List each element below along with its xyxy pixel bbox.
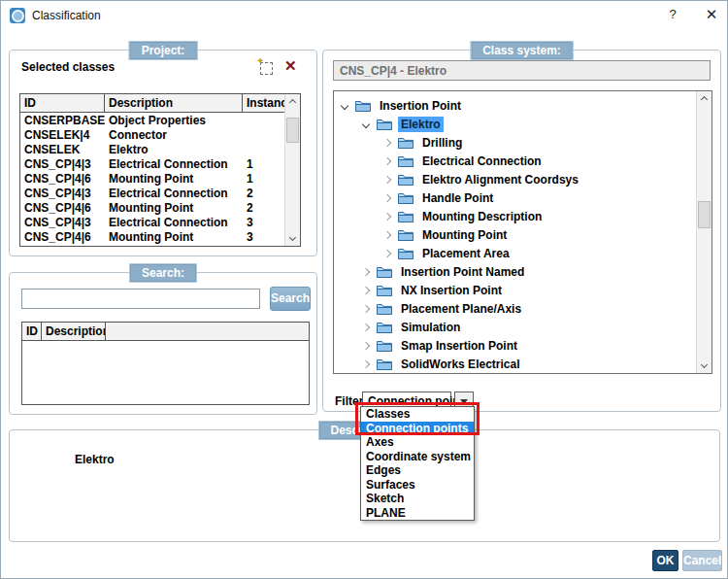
chevron-right-icon[interactable] <box>383 212 391 220</box>
cell-id: CNSERPBASE <box>20 114 105 127</box>
close-icon[interactable]: ✕ <box>702 6 721 25</box>
chevron-right-icon[interactable] <box>362 286 370 293</box>
folder-icon <box>398 248 414 259</box>
header-instance[interactable]: Instance <box>243 94 286 112</box>
tree-item-label[interactable]: Elektro <box>398 117 444 132</box>
delete-icon[interactable]: ✕ <box>284 57 297 75</box>
tree-item[interactable]: Placement Area <box>334 244 695 262</box>
chevron-right-icon[interactable] <box>383 175 391 183</box>
tree-item-label[interactable]: Handle Point <box>419 190 496 206</box>
tree-item[interactable]: Smap Insertion Point <box>334 336 695 355</box>
dropdown-option[interactable]: Connection points <box>361 422 474 436</box>
chevron-right-icon[interactable] <box>383 230 391 238</box>
header-id[interactable]: ID <box>22 323 42 340</box>
chevron-right-icon[interactable] <box>362 323 370 330</box>
table-row[interactable]: CNS_CP|4|6Mounting Point1 <box>20 171 300 186</box>
dropdown-option[interactable]: PLANE <box>361 506 474 521</box>
table-row[interactable]: CNS_CP|4|6Mounting Point2 <box>20 200 300 215</box>
tree-item-label[interactable]: NX Insertion Point <box>398 283 505 298</box>
tree-item[interactable]: Insertion Point Named <box>334 262 695 281</box>
tree-item[interactable]: SolidWorks Electrical <box>334 355 695 373</box>
tree-item-label[interactable]: Electrical Connection <box>419 153 545 169</box>
search-results-table: ID Description <box>21 322 310 405</box>
chevron-down-icon[interactable] <box>341 101 348 109</box>
ok-button[interactable]: OK <box>652 550 678 571</box>
chevron-down-icon[interactable] <box>362 119 370 127</box>
cell-id: CNS_CP|4|6 <box>20 172 105 186</box>
search-group: Search: Search ID Description <box>9 272 317 415</box>
new-item-icon[interactable] <box>260 62 273 75</box>
tree-item[interactable]: Mounting Point <box>334 225 695 244</box>
tree-item-label[interactable]: Smap Insertion Point <box>398 338 520 354</box>
dropdown-option[interactable]: Coordinate system <box>361 450 474 464</box>
tree-item-label[interactable]: Placement Area <box>419 246 513 261</box>
tree-item[interactable]: Electrical Connection <box>334 152 695 170</box>
cell-description: Mounting Point <box>105 201 243 215</box>
dropdown-option[interactable]: Surfaces <box>361 478 474 493</box>
cell-instance: 2 <box>243 187 286 200</box>
tree-item[interactable]: Elektro <box>334 115 695 133</box>
table-row[interactable]: CNSELEK|4Connector <box>20 127 300 142</box>
tree-item[interactable]: Mounting Description <box>334 207 695 225</box>
search-button[interactable]: Search <box>270 287 311 311</box>
tree-item-label[interactable]: Mounting Description <box>419 209 545 224</box>
tree-item-label[interactable]: Insertion Point <box>377 98 464 114</box>
scroll-up-icon[interactable] <box>701 96 708 103</box>
dropdown-option[interactable]: Classes <box>361 407 474 422</box>
chevron-right-icon[interactable] <box>383 138 391 146</box>
table-row[interactable]: CNSERPBASEObject Properties <box>20 113 300 127</box>
help-button[interactable]: ? <box>664 7 681 24</box>
class-tree: Insertion PointElektroDrillingElectrical… <box>334 96 695 373</box>
chevron-right-icon[interactable] <box>362 267 370 275</box>
dropdown-option[interactable]: Sketch <box>361 492 474 506</box>
tree-item-label[interactable]: Elektro Alignment Coordsys <box>419 172 581 187</box>
selected-classes-header: ID Description Instance <box>20 94 300 113</box>
tree-item[interactable]: Insertion Point <box>334 96 695 115</box>
description-content: Elektro <box>75 453 115 466</box>
tree-item[interactable]: Handle Point <box>334 188 695 207</box>
scroll-up-icon[interactable] <box>289 99 296 106</box>
chevron-right-icon[interactable] <box>362 341 370 349</box>
scroll-thumb[interactable] <box>698 201 711 228</box>
tree-item-label[interactable]: Placement Plane/Axis <box>398 301 524 317</box>
table-row[interactable]: CNS_CP|4|3Electrical Connection2 <box>20 186 300 200</box>
tree-item[interactable]: NX Insertion Point <box>334 281 695 299</box>
tree-scrollbar[interactable] <box>696 91 711 373</box>
project-group: Project: Selected classes ✕ ID Descripti… <box>9 50 317 256</box>
dropdown-option[interactable]: Axes <box>361 435 474 450</box>
search-results-header: ID Description <box>22 323 309 341</box>
tree-item[interactable]: Placement Plane/Axis <box>334 299 695 318</box>
tree-item[interactable]: Elektro Alignment Coordsys <box>334 170 695 188</box>
header-description[interactable]: Description <box>105 94 243 112</box>
table-row[interactable]: CNS_CP|4|3Electrical Connection3 <box>20 215 300 229</box>
table-row[interactable]: CNSELEKElektro <box>20 142 300 156</box>
chevron-right-icon[interactable] <box>383 193 391 201</box>
cancel-button[interactable]: Cancel <box>682 550 722 571</box>
tree-item-label[interactable]: SolidWorks Electrical <box>398 357 523 372</box>
chevron-right-icon[interactable] <box>383 249 391 256</box>
tree-item[interactable]: Drilling <box>334 133 695 152</box>
folder-icon <box>398 229 414 241</box>
tree-item-label[interactable]: Drilling <box>419 135 465 151</box>
table-row[interactable]: CNS_CP|4|3Electrical Connection1 <box>20 156 300 171</box>
chevron-right-icon[interactable] <box>362 304 370 312</box>
classes-scrollbar[interactable] <box>284 94 300 246</box>
chevron-right-icon[interactable] <box>362 359 370 367</box>
folder-icon <box>377 303 392 315</box>
folder-icon <box>377 340 392 352</box>
header-id[interactable]: ID <box>20 94 105 112</box>
chevron-right-icon[interactable] <box>383 156 391 164</box>
app-icon <box>10 8 25 23</box>
tree-item-label[interactable]: Simulation <box>398 320 463 335</box>
scroll-down-icon[interactable] <box>289 234 296 241</box>
dropdown-option[interactable]: Edges <box>361 463 474 478</box>
header-description[interactable]: Description <box>42 323 106 340</box>
tree-item-label[interactable]: Insertion Point Named <box>398 264 527 280</box>
tree-item-label[interactable]: Mounting Point <box>419 227 510 243</box>
tree-item[interactable]: Simulation <box>334 318 695 336</box>
table-row[interactable]: CNS_CP|4|6Mounting Point3 <box>20 229 300 244</box>
search-input[interactable] <box>21 289 260 309</box>
cell-id: CNS_CP|4|3 <box>20 216 105 229</box>
scroll-thumb[interactable] <box>286 118 299 143</box>
scroll-down-icon[interactable] <box>701 361 708 368</box>
